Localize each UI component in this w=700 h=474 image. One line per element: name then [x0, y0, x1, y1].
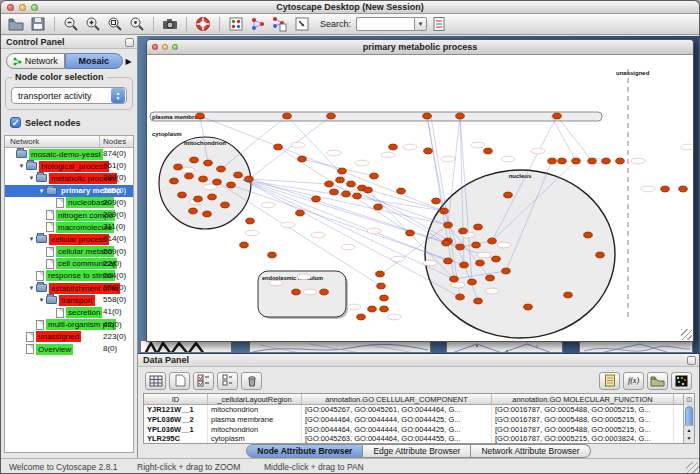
- scrollbar-arrows[interactable]: ▲▼: [684, 425, 694, 443]
- tree-row[interactable]: ▼primary metabo209(0): [5, 185, 133, 197]
- network-node: [204, 160, 213, 166]
- network-window-titlebar[interactable]: primary metabolic process: [147, 40, 693, 55]
- tab-network[interactable]: Network: [6, 53, 65, 69]
- file-icon: [56, 198, 64, 208]
- tree-row[interactable]: ▼establishment of lo558(0): [5, 282, 133, 294]
- tree-expand-icon[interactable]: ▼: [27, 236, 36, 242]
- table-column-header[interactable]: ID: [144, 394, 208, 404]
- tree-expand-icon[interactable]: ▼: [27, 175, 36, 181]
- window-resize-grip[interactable]: [681, 329, 692, 340]
- tree-row[interactable]: ▼biological_process651(0): [5, 160, 133, 172]
- help-icon[interactable]: [193, 15, 213, 34]
- tree-row[interactable]: nucleobase-209(0): [5, 197, 133, 209]
- unselect-attributes-icon[interactable]: [217, 372, 238, 390]
- table-row[interactable]: YPL036W__2plasma membrane[GO:0044464, GO…: [144, 415, 694, 425]
- tree-row-node-count: 209(0): [103, 186, 126, 195]
- select-attributes-icon[interactable]: [193, 372, 214, 390]
- tree-row[interactable]: ▼metabolic process280(0): [5, 172, 133, 184]
- table-row[interactable]: YPL036W__1mitochondrion[GO:0044464, GO:0…: [144, 425, 694, 435]
- attribute-grid-icon[interactable]: [145, 372, 166, 390]
- node-label-oval: [245, 230, 259, 236]
- zoom-in-icon[interactable]: [83, 15, 103, 34]
- matrix-icon[interactable]: [671, 372, 692, 390]
- table-row[interactable]: YJR121W__1mitochondrion[GO:0045267, GO:0…: [144, 405, 694, 415]
- node-label-oval: [347, 304, 361, 310]
- tree-row[interactable]: unassigned223(0): [5, 331, 133, 343]
- network-canvas-wrap: plasma membranecytoplasmunassignednucleu…: [148, 55, 692, 340]
- search-input[interactable]: [356, 17, 414, 31]
- zoom-selected-region-icon[interactable]: [105, 15, 125, 34]
- new-attribute-icon[interactable]: [169, 372, 190, 390]
- table-vertical-scrollbar[interactable]: ▲▼: [683, 405, 694, 443]
- tab-mosaic[interactable]: Mosaic: [65, 53, 124, 69]
- tree-row[interactable]: response to stimul264(0): [5, 270, 133, 282]
- status-welcome: Welcome to Cytoscape 2.8.1: [9, 462, 118, 472]
- network-node: [504, 192, 513, 198]
- node-label-oval: [501, 156, 515, 162]
- tree-row-node-count: 209(0): [103, 210, 126, 219]
- network-node: [325, 181, 334, 187]
- tree-row[interactable]: cellular metabo209(0): [5, 246, 133, 258]
- app-resize-grip[interactable]: [686, 462, 699, 474]
- tree-row[interactable]: nitrogen compo209(0): [5, 209, 133, 221]
- save-session-button[interactable]: [28, 15, 48, 34]
- notes-icon[interactable]: [599, 372, 620, 390]
- network-node: [616, 158, 625, 164]
- zoom-out-icon[interactable]: [61, 15, 81, 34]
- control-panel-title: Control Panel: [6, 37, 65, 47]
- tab-network-attribute-browser[interactable]: Network Attribute Browser: [471, 444, 590, 458]
- table-column-header[interactable]: _cellularLayoutRegion: [208, 394, 302, 404]
- network-node: [227, 182, 236, 188]
- network-destroy-icon[interactable]: [270, 15, 290, 34]
- select-nodes-checkbox[interactable]: ✓: [10, 117, 21, 128]
- advanced-search-icon[interactable]: [429, 15, 449, 34]
- network-view-icon[interactable]: [248, 15, 268, 34]
- node-label-oval: [681, 144, 692, 150]
- vizmapper-icon[interactable]: [226, 15, 246, 34]
- work-area: primary metabolic process plasma membran…: [138, 36, 699, 458]
- network-node: [368, 306, 377, 312]
- table-column-header[interactable]: annotation.GO CELLULAR_COMPONENT: [302, 394, 492, 404]
- float-panel-icon[interactable]: [125, 38, 134, 47]
- annotation-icon[interactable]: [292, 15, 312, 34]
- open-session-button[interactable]: [6, 15, 26, 34]
- node-color-combobox[interactable]: transporter activity ▲▼: [11, 87, 127, 104]
- tree-expand-icon[interactable]: ▼: [37, 188, 46, 194]
- tree-row[interactable]: multi-organism pro42(0): [5, 319, 133, 331]
- search-dropdown-button[interactable]: ▾: [414, 17, 427, 31]
- tree-row[interactable]: mosaic-demo-yeast874(0): [5, 148, 133, 160]
- function-icon-text: f(x): [628, 376, 639, 385]
- network-node: [185, 173, 194, 179]
- tree-expand-icon[interactable]: ▼: [37, 297, 46, 303]
- tree-row[interactable]: secretion41(0): [5, 306, 133, 318]
- tree-expand-icon[interactable]: ▼: [27, 285, 36, 291]
- tab-overflow-arrow[interactable]: ▶: [123, 57, 134, 66]
- network-view-window: primary metabolic process plasma membran…: [146, 39, 694, 342]
- import-attributes-icon[interactable]: [647, 372, 668, 390]
- data-panel-header: Data Panel: [138, 354, 699, 367]
- toolbar-separator: [219, 17, 220, 31]
- tree-row[interactable]: Overview8(0): [5, 343, 133, 355]
- folder-icon: [36, 235, 47, 243]
- table-row[interactable]: YLR295Ccytoplasm[GO:0045263, GO:0044464,…: [144, 434, 694, 444]
- snapshot-icon[interactable]: [160, 15, 180, 34]
- tree-row[interactable]: ▼cellular process614(0): [5, 233, 133, 245]
- tab-node-attribute-browser[interactable]: Node Attribute Browser: [246, 444, 363, 458]
- zoom-fit-icon[interactable]: [127, 15, 147, 34]
- table-column-header[interactable]: annotation.GO MOLECULAR_FUNCTION: [492, 394, 674, 404]
- function-builder-icon[interactable]: f(x): [623, 372, 644, 390]
- tree-expand-icon[interactable]: ▼: [17, 163, 26, 169]
- delete-attribute-icon[interactable]: [241, 372, 262, 390]
- window-title: Cytoscape Desktop (New Session): [1, 2, 699, 12]
- tree-column-separator[interactable]: [99, 136, 100, 147]
- tab-edge-attribute-browser[interactable]: Edge Attribute Browser: [363, 444, 471, 458]
- network-canvas[interactable]: plasma membranecytoplasmunassignednucleu…: [148, 55, 692, 340]
- network-edge: [221, 116, 287, 169]
- network-node: [488, 238, 497, 244]
- tree-row-label: mosaic-demo-yeast: [29, 149, 103, 160]
- tree-row[interactable]: ▼transport558(0): [5, 294, 133, 306]
- tree-row[interactable]: cell communicat22(0): [5, 258, 133, 270]
- float-panel-icon[interactable]: [687, 356, 696, 365]
- tree-row[interactable]: macromolecule311(0): [5, 221, 133, 233]
- column-options-button[interactable]: ◫: [683, 394, 694, 405]
